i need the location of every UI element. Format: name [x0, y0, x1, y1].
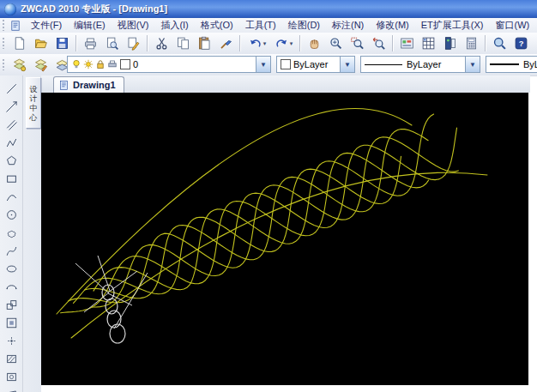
menu-draw[interactable]: 绘图(D): [282, 18, 326, 33]
copy-button[interactable]: [173, 33, 193, 53]
polygon-icon: [5, 154, 18, 167]
menu-dimension[interactable]: 标注(N): [326, 18, 370, 33]
panel-tab-char: 计: [30, 94, 38, 103]
tool-ellipse-arc-button[interactable]: [1, 278, 21, 295]
zoom-previous-icon: [371, 36, 386, 51]
color-swatch: [281, 59, 291, 69]
tool-region-button[interactable]: [1, 368, 21, 385]
tool-polygon-button[interactable]: [1, 152, 21, 169]
print-button[interactable]: [81, 33, 100, 53]
tab-drawing1[interactable]: Drawing1: [53, 76, 124, 93]
wipeout-icon: [5, 389, 18, 392]
sun-state[interactable]: [83, 59, 94, 69]
preview-button[interactable]: [102, 33, 122, 53]
lineweight-combo[interactable]: ByLayer ▼: [486, 56, 537, 73]
new-button[interactable]: [9, 33, 29, 53]
tool-insert-block-button[interactable]: [1, 296, 21, 313]
paste-icon: [197, 36, 212, 51]
menu-modify[interactable]: 修改(M): [370, 18, 415, 33]
menu-insert[interactable]: 插入(I): [154, 18, 194, 33]
properties-toolbar-grip[interactable]: [2, 59, 6, 70]
toolbar-separator: [75, 35, 77, 51]
tool-palette-icon: [443, 36, 457, 51]
help-button[interactable]: [511, 33, 531, 53]
envelope-curve-entity[interactable]: [71, 172, 487, 338]
redo-button[interactable]: [271, 33, 296, 53]
cut-button[interactable]: [152, 33, 172, 53]
layers-b-icon: [33, 57, 48, 72]
spline-entity[interactable]: [85, 130, 429, 299]
layer-manager-button[interactable]: [419, 33, 438, 53]
layer-tool-1-button[interactable]: [9, 55, 29, 75]
menubar-grip[interactable]: [2, 20, 6, 31]
new-icon: [12, 36, 27, 51]
find-button[interactable]: [490, 33, 510, 53]
layer-combo[interactable]: 0 ▼: [67, 56, 271, 73]
design-center-button[interactable]: [397, 33, 417, 53]
tool-revcloud-button[interactable]: [1, 224, 21, 241]
lock-state[interactable]: [95, 59, 106, 69]
line-entity[interactable]: [98, 256, 110, 291]
pan-button[interactable]: [305, 33, 324, 53]
tool-arc-button[interactable]: [1, 188, 21, 205]
color-combo[interactable]: ByLayer ▼: [276, 56, 355, 73]
match-icon: [219, 36, 233, 51]
standard-toolbar-grip[interactable]: [2, 38, 6, 49]
spline-entity[interactable]: [94, 114, 434, 291]
ellipse-arc-icon: [5, 280, 18, 293]
tool-palette-button[interactable]: [440, 33, 460, 53]
zoom-window-button[interactable]: [347, 33, 367, 53]
menu-window[interactable]: 窗口(W): [490, 18, 536, 33]
tool-make-block-button[interactable]: [1, 314, 21, 331]
menu-format[interactable]: 格式(O): [195, 18, 239, 33]
spline-entity[interactable]: [92, 128, 456, 307]
current-lineweight: ByLayer: [523, 59, 537, 69]
bulb-icon: [71, 59, 81, 69]
line-icon: [5, 82, 18, 95]
linetype-combo[interactable]: ByLayer ▼: [360, 56, 480, 73]
mini-print-state[interactable]: [107, 59, 118, 69]
drawing-canvas[interactable]: [41, 93, 528, 385]
spline-entity[interactable]: [74, 156, 401, 303]
tool-mline-button[interactable]: [1, 116, 21, 133]
model-space[interactable]: [41, 93, 528, 385]
tool-ellipse-button[interactable]: [1, 260, 21, 277]
spline-entity[interactable]: [61, 153, 429, 312]
line-entity[interactable]: [108, 271, 137, 292]
tool-circle-button[interactable]: [1, 206, 21, 223]
tool-wipeout-button[interactable]: [1, 386, 21, 392]
tool-rectangle-button[interactable]: [1, 170, 21, 187]
pline-icon: [5, 136, 18, 149]
menu-file[interactable]: 文件(F): [25, 18, 68, 33]
calculator-button[interactable]: [462, 33, 481, 53]
open-button[interactable]: [31, 33, 51, 53]
zoom-previous-button[interactable]: [369, 33, 389, 53]
color-combo-dropdown-icon[interactable]: ▼: [340, 57, 354, 72]
line-entity[interactable]: [84, 292, 109, 312]
menu-tools[interactable]: 工具(T): [239, 18, 282, 33]
layer-combo-dropdown-icon[interactable]: ▼: [256, 57, 270, 72]
publish-button[interactable]: [124, 33, 143, 53]
tool-spline-button[interactable]: [1, 242, 21, 259]
menu-edit[interactable]: 编辑(E): [68, 18, 112, 33]
tool-hatch-button[interactable]: [1, 350, 21, 367]
toolbar-separator: [239, 35, 241, 51]
menu-view[interactable]: 视图(V): [112, 18, 155, 33]
current-linetype: ByLayer: [407, 59, 441, 69]
paste-button[interactable]: [195, 33, 214, 53]
tool-xline-button[interactable]: [1, 98, 21, 115]
undo-button[interactable]: [244, 33, 269, 53]
print-icon: [83, 36, 98, 51]
menu-et-tools[interactable]: ET扩展工具(X): [415, 18, 490, 33]
match-button[interactable]: [216, 33, 236, 53]
save-button[interactable]: [52, 33, 72, 53]
tool-line-button[interactable]: [1, 80, 21, 97]
tool-pline-button[interactable]: [1, 134, 21, 151]
standard-toolbar: [0, 33, 537, 55]
bulb-state[interactable]: [71, 59, 81, 69]
layer-tool-2-button[interactable]: [31, 55, 51, 75]
zoom-realtime-button[interactable]: [326, 33, 346, 53]
linetype-combo-dropdown-icon[interactable]: ▼: [465, 57, 480, 72]
collapsed-panel-tab[interactable]: 设计中心: [26, 77, 41, 129]
tool-point-button[interactable]: [1, 332, 21, 349]
